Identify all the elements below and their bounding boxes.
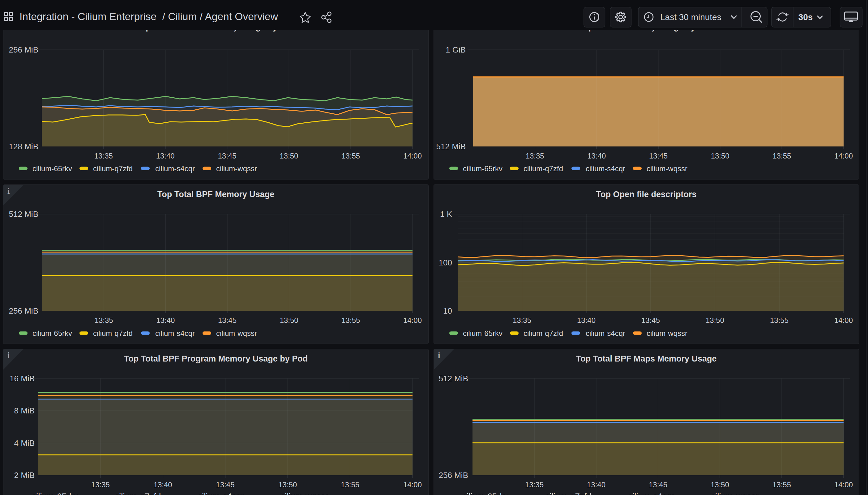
svg-text:4 MiB: 4 MiB <box>14 439 35 448</box>
svg-text:cilium-s4cqr: cilium-s4cqr <box>155 165 195 173</box>
svg-text:cilium-wqssr: cilium-wqssr <box>216 329 257 337</box>
svg-text:13:35: 13:35 <box>91 480 110 489</box>
svg-text:13:50: 13:50 <box>280 152 298 160</box>
svg-text:14:00: 14:00 <box>834 316 853 324</box>
svg-text:Top Total BPF Maps Memory Usag: Top Total BPF Maps Memory Usage <box>576 354 717 363</box>
svg-text:cilium-65rkv: cilium-65rkv <box>32 492 78 495</box>
svg-text:13:40: 13:40 <box>577 316 596 324</box>
svg-text:13:40: 13:40 <box>154 480 172 489</box>
svg-text:13:50: 13:50 <box>278 480 297 489</box>
svg-text:13:55: 13:55 <box>341 152 360 160</box>
svg-text:13:55: 13:55 <box>341 480 359 489</box>
svg-text:13:50: 13:50 <box>706 316 724 324</box>
svg-text:cilium-wqssr: cilium-wqssr <box>281 492 328 495</box>
svg-text:13:40: 13:40 <box>156 152 175 160</box>
svg-text:13:50: 13:50 <box>711 152 730 160</box>
svg-text:cilium-q7zfd: cilium-q7zfd <box>545 492 591 495</box>
svg-text:13:55: 13:55 <box>772 152 791 160</box>
svg-text:cilium-s4cqr: cilium-s4cqr <box>586 329 625 337</box>
svg-text:10: 10 <box>443 306 452 315</box>
svg-text:14:00: 14:00 <box>834 480 853 489</box>
svg-text:Last 30 minutes: Last 30 minutes <box>660 12 721 22</box>
svg-text:13:40: 13:40 <box>587 152 606 160</box>
svg-text:13:50: 13:50 <box>711 480 729 489</box>
svg-text:13:45: 13:45 <box>216 480 234 489</box>
svg-text:14:00: 14:00 <box>403 316 422 324</box>
svg-text:cilium-s4cqr: cilium-s4cqr <box>155 329 195 337</box>
svg-text:13:35: 13:35 <box>513 316 531 324</box>
svg-text:16 MiB: 16 MiB <box>10 374 35 383</box>
svg-text:cilium-65rkv: cilium-65rkv <box>463 165 502 173</box>
svg-text:cilium-wqssr: cilium-wqssr <box>711 492 758 495</box>
svg-text:13:40: 13:40 <box>156 316 175 324</box>
svg-text:14:00: 14:00 <box>403 152 422 160</box>
svg-text:13:55: 13:55 <box>770 316 788 324</box>
svg-text:13:45: 13:45 <box>218 316 237 324</box>
svg-text:Top Total BPF Memory Usage: Top Total BPF Memory Usage <box>157 190 274 199</box>
svg-text:13:55: 13:55 <box>341 316 360 324</box>
svg-text:8 MiB: 8 MiB <box>14 406 35 415</box>
svg-text:Integration - Cilium Enterpris: Integration - Cilium Enterprise / Cilium… <box>19 11 278 22</box>
svg-text:256 MiB: 256 MiB <box>9 306 38 315</box>
svg-text:13:35: 13:35 <box>526 152 544 160</box>
svg-text:1 GiB: 1 GiB <box>446 45 466 54</box>
svg-text:14:00: 14:00 <box>403 480 422 489</box>
svg-text:512 MiB: 512 MiB <box>439 374 468 383</box>
svg-text:cilium-s4cqr: cilium-s4cqr <box>586 165 625 173</box>
svg-text:13:50: 13:50 <box>280 316 298 324</box>
svg-text:cilium-wqssr: cilium-wqssr <box>216 165 257 173</box>
svg-text:13:35: 13:35 <box>94 152 113 160</box>
svg-text:cilium-q7zfd: cilium-q7zfd <box>93 165 133 173</box>
svg-text:128 MiB: 128 MiB <box>9 142 38 151</box>
svg-text:256 MiB: 256 MiB <box>9 45 38 54</box>
svg-text:cilium-q7zfd: cilium-q7zfd <box>523 165 563 173</box>
svg-text:cilium-wqssr: cilium-wqssr <box>647 165 687 173</box>
svg-text:cilium-65rkv: cilium-65rkv <box>32 165 72 173</box>
svg-text:i: i <box>438 351 440 360</box>
svg-text:13:45: 13:45 <box>218 152 236 160</box>
svg-text:i: i <box>7 186 10 195</box>
svg-text:cilium-q7zfd: cilium-q7zfd <box>115 492 161 495</box>
svg-text:13:45: 13:45 <box>649 480 667 489</box>
svg-text:14:00: 14:00 <box>834 152 853 160</box>
svg-text:cilium-65rkv: cilium-65rkv <box>32 329 72 337</box>
svg-text:cilium-65rkv: cilium-65rkv <box>462 492 508 495</box>
svg-text:cilium-s4cqr: cilium-s4cqr <box>628 492 674 495</box>
svg-text:100: 100 <box>439 258 452 267</box>
svg-text:512 MiB: 512 MiB <box>436 142 466 151</box>
svg-text:30s: 30s <box>798 12 813 22</box>
svg-text:i: i <box>7 351 10 360</box>
svg-text:13:35: 13:35 <box>525 480 544 489</box>
svg-text:13:45: 13:45 <box>649 152 668 160</box>
svg-text:Top Open file descriptors: Top Open file descriptors <box>596 190 696 199</box>
svg-text:cilium-q7zfd: cilium-q7zfd <box>93 329 133 337</box>
svg-text:512 MiB: 512 MiB <box>9 209 38 219</box>
svg-text:1 K: 1 K <box>440 209 452 219</box>
svg-text:13:35: 13:35 <box>95 316 113 324</box>
svg-text:cilium-wqssr: cilium-wqssr <box>647 329 687 337</box>
svg-text:cilium-65rkv: cilium-65rkv <box>463 329 502 337</box>
svg-text:cilium-s4cqr: cilium-s4cqr <box>198 492 244 495</box>
svg-text:13:55: 13:55 <box>772 480 791 489</box>
svg-text:13:45: 13:45 <box>641 316 660 324</box>
svg-text:13:40: 13:40 <box>587 480 605 489</box>
svg-text:256 MiB: 256 MiB <box>439 471 468 480</box>
svg-text:Top Total BPF Program Memory U: Top Total BPF Program Memory Usage by Po… <box>124 354 308 363</box>
svg-text:2 MiB: 2 MiB <box>14 471 35 480</box>
svg-text:cilium-q7zfd: cilium-q7zfd <box>523 329 563 337</box>
